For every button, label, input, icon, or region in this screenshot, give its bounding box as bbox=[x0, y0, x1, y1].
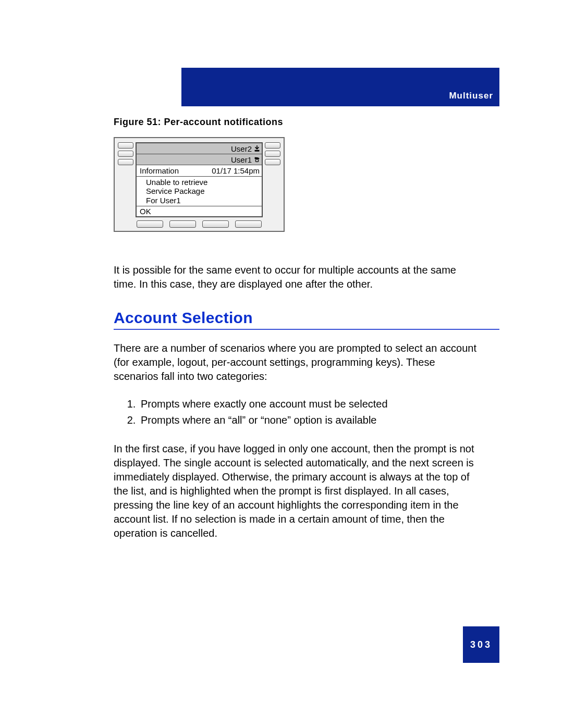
figure-51: User2 User1 Information 01/17 1:54pm bbox=[114, 137, 285, 232]
msg-line: Service Package bbox=[146, 187, 259, 195]
user1-label: User1 bbox=[231, 155, 252, 164]
numbered-list: Prompts where exactly one account must b… bbox=[114, 396, 493, 428]
header-section-label: Multiuser bbox=[449, 91, 493, 101]
figure-caption: Figure 51: Per-account notifications bbox=[114, 117, 499, 128]
svg-rect-0 bbox=[255, 151, 260, 152]
left-line-keys bbox=[118, 142, 133, 217]
svg-rect-1 bbox=[255, 159, 258, 162]
lcd-user-row: User2 bbox=[137, 143, 262, 154]
soft-key[interactable] bbox=[169, 220, 196, 228]
paragraph: There are a number of scenarios where yo… bbox=[114, 341, 479, 384]
line-key[interactable] bbox=[265, 159, 280, 165]
paragraph: In the first case, if you have logged in… bbox=[114, 442, 479, 540]
msg-line: For User1 bbox=[146, 196, 259, 205]
page-number-block: 303 bbox=[463, 626, 499, 663]
page-number: 303 bbox=[470, 639, 492, 650]
line-key[interactable] bbox=[118, 142, 133, 149]
timestamp: 01/17 1:54pm bbox=[212, 166, 260, 175]
info-label: Information bbox=[140, 166, 179, 175]
lcd-info-row: Information 01/17 1:54pm bbox=[137, 165, 262, 177]
lcd-screen: User2 User1 Information 01/17 1:54pm bbox=[136, 142, 263, 217]
right-line-keys bbox=[265, 142, 280, 217]
line-key[interactable] bbox=[118, 151, 133, 157]
list-item: Prompts where exactly one account must b… bbox=[139, 396, 493, 412]
header-banner: Multiuser bbox=[181, 68, 499, 106]
list-item: Prompts where an “all” or “none” option … bbox=[139, 412, 493, 428]
lcd-user-row: User1 bbox=[137, 154, 262, 165]
section-heading: Account Selection bbox=[114, 309, 499, 327]
page-content: Figure 51: Per-account notifications Use… bbox=[114, 117, 499, 553]
ok-softkey-label[interactable]: OK bbox=[137, 206, 262, 216]
user2-label: User2 bbox=[231, 144, 252, 153]
lcd-message: Unable to retrieve Service Package For U… bbox=[137, 177, 262, 206]
soft-keys-row bbox=[137, 220, 262, 228]
soft-key[interactable] bbox=[137, 220, 163, 228]
line-key[interactable] bbox=[265, 142, 280, 149]
paragraph: It is possible for the same event to occ… bbox=[114, 263, 479, 291]
msg-line: Unable to retrieve bbox=[146, 178, 259, 187]
soft-key[interactable] bbox=[235, 220, 262, 228]
phone-icon bbox=[253, 156, 261, 163]
section-rule bbox=[114, 329, 499, 330]
line-key[interactable] bbox=[118, 159, 133, 165]
download-icon bbox=[253, 145, 261, 152]
soft-key[interactable] bbox=[202, 220, 229, 228]
line-key[interactable] bbox=[265, 151, 280, 157]
